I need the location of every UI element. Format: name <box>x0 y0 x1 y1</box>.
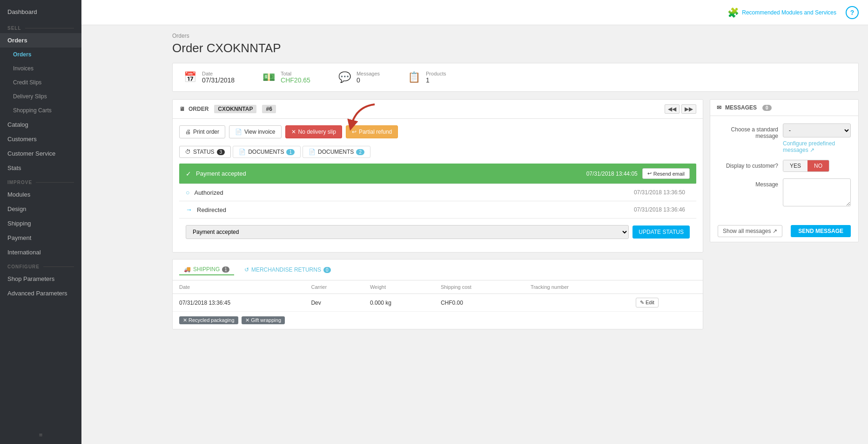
update-status-button[interactable]: UPDATE STATUS <box>632 225 690 239</box>
truck-icon: 🚚 <box>184 266 191 273</box>
print-order-button[interactable]: 🖨 Print order <box>179 125 225 138</box>
document-icon: 📄 <box>235 129 242 135</box>
toggle-no-button[interactable]: NO <box>807 160 829 171</box>
shipping-weight: 0.000 kg <box>363 294 434 312</box>
standard-message-label: Choose a standard message <box>718 123 778 139</box>
sidebar-item-design[interactable]: Design <box>0 202 81 216</box>
tag-gift: ✕ Gift wrapping <box>242 316 285 324</box>
date-value: 07/31/2018 <box>202 76 235 84</box>
tab-documents-1[interactable]: 📄 DOCUMENTS 1 <box>233 146 301 158</box>
total-value: CHF20.65 <box>281 76 310 84</box>
arrow-icon: → <box>186 206 192 213</box>
order-card: 🖥 ORDER CXOKNNTAP #6 ◀◀ ▶▶ <box>172 99 703 253</box>
shipping-table: Date Carrier Weight Shipping cost Tracki… <box>173 280 703 312</box>
shipping-row-0: 07/31/2018 13:36:45 Dev 0.000 kg CHF0.00… <box>173 294 703 312</box>
tag-recycled: ✕ Recycled packaging <box>179 316 238 324</box>
printer-icon: 🖨 <box>185 129 191 135</box>
col-date: Date <box>173 280 304 294</box>
sidebar-item-stats[interactable]: Stats <box>0 161 81 175</box>
status-date-2: 07/31/2018 13:36:46 <box>634 206 685 213</box>
sidebar-item-customers[interactable]: Customers <box>0 132 81 146</box>
view-invoice-button[interactable]: 📄 View invoice <box>229 125 281 138</box>
page-title: Order CXOKNNTAP <box>172 41 859 55</box>
prev-order-button[interactable]: ◀◀ <box>665 104 680 114</box>
calendar-icon: 📅 <box>184 71 196 83</box>
message-textarea[interactable] <box>783 178 851 206</box>
summary-bar: 📅 Date 07/31/2018 💵 Total CHF20.65 💬 Mes… <box>172 63 859 92</box>
panel-left: 🖥 ORDER CXOKNNTAP #6 ◀◀ ▶▶ <box>172 99 703 329</box>
show-all-messages-button[interactable]: Show all messages ↗ <box>718 225 782 237</box>
order-tabs: ⏱ STATUS 3 📄 DOCUMENTS 1 📄 DOCUMENTS <box>179 146 696 158</box>
standard-message-row: Choose a standard message - Configure pr… <box>718 123 851 153</box>
sidebar-item-modules[interactable]: Modules <box>0 187 81 202</box>
documents-badge-1: 1 <box>286 149 295 155</box>
return-icon: ↺ <box>244 266 249 273</box>
envelope-icon: ✉ <box>717 104 721 111</box>
topbar: 🧩 Recommended Modules and Services ? <box>81 0 868 25</box>
sidebar-item-customer-service[interactable]: Customer Service <box>0 146 81 161</box>
sidebar-hamburger[interactable]: ≡ <box>0 426 81 444</box>
send-message-button[interactable]: SEND MESSAGE <box>791 225 851 237</box>
order-id: CXOKNNTAP <box>214 105 256 113</box>
order-card-body: 🖨 Print order 📄 View invoice ✕ No delive… <box>173 119 703 252</box>
shipping-card-header: 🚚 SHIPPING 1 ↺ MERCHANDISE RETURNS 0 <box>173 260 703 280</box>
doc-icon-1: 📄 <box>239 149 246 155</box>
configure-messages-link[interactable]: Configure predefined messages ↗ <box>783 140 851 153</box>
messages-value: 0 <box>357 76 380 84</box>
message-row: Message <box>718 178 851 206</box>
messages-label: Messages <box>357 71 380 76</box>
edit-shipping-button[interactable]: ✎ Edit <box>636 298 659 307</box>
toggle-yes-button[interactable]: YES <box>783 160 807 171</box>
sidebar-item-orders-sub[interactable]: Orders <box>0 48 81 61</box>
date-label: Date <box>202 71 235 76</box>
order-number: #6 <box>262 105 276 113</box>
messages-count-badge: 0 <box>762 105 772 111</box>
col-weight: Weight <box>363 280 434 294</box>
messages-panel-header: ✉ MESSAGES 0 <box>710 100 858 116</box>
standard-message-select[interactable]: - <box>783 123 851 137</box>
sidebar-item-dashboard[interactable]: Dashboard <box>0 0 81 21</box>
sidebar-item-shipping[interactable]: Shipping <box>0 216 81 231</box>
puzzle-icon: 🧩 <box>727 7 739 18</box>
help-button[interactable]: ? <box>846 6 859 19</box>
order-card-header: 🖥 ORDER CXOKNNTAP #6 ◀◀ ▶▶ <box>173 100 703 119</box>
sidebar-item-payment[interactable]: Payment <box>0 231 81 245</box>
summary-date: 📅 Date 07/31/2018 <box>184 71 235 84</box>
sidebar-item-invoices[interactable]: Invoices <box>0 61 81 75</box>
sidebar-item-advanced-parameters[interactable]: Advanced Parameters <box>0 286 81 301</box>
money-icon: 💵 <box>262 71 275 83</box>
status-select[interactable]: Payment accepted <box>186 225 629 239</box>
sidebar-item-delivery-slips[interactable]: Delivery Slips <box>0 89 81 103</box>
status-icon: ⏱ <box>185 149 191 155</box>
sidebar-item-shopping-carts[interactable]: Shopping Carts <box>0 103 81 117</box>
tab-shipping[interactable]: 🚚 SHIPPING 1 <box>179 264 234 275</box>
status-row-1: ○ Authorized 07/31/2018 13:36:50 <box>179 184 696 201</box>
status-badge: 3 <box>217 149 225 155</box>
shipping-edit-cell: ✎ Edit <box>629 294 703 312</box>
sidebar-item-shop-parameters[interactable]: Shop Parameters <box>0 272 81 286</box>
no-delivery-slip-button[interactable]: ✕ No delivery slip <box>285 125 342 138</box>
sidebar-item-international[interactable]: International <box>0 245 81 260</box>
resend-email-button[interactable]: ↩ Resend email <box>642 168 690 179</box>
tab-returns[interactable]: ↺ MERCHANDISE RETURNS 0 <box>240 265 336 275</box>
sidebar-item-credit-slips[interactable]: Credit Slips <box>0 75 81 89</box>
status-selector: Payment accepted UPDATE STATUS <box>179 219 696 246</box>
shipping-card: 🚚 SHIPPING 1 ↺ MERCHANDISE RETURNS 0 Dat… <box>172 259 703 329</box>
status-date-1: 07/31/2018 13:36:50 <box>634 189 685 196</box>
messages-header-label: MESSAGES <box>725 104 757 111</box>
documents-badge-2: 2 <box>356 149 364 155</box>
products-label: Products <box>426 71 446 76</box>
recommended-modules-button[interactable]: 🧩 Recommended Modules and Services <box>727 7 836 18</box>
tab-status[interactable]: ⏱ STATUS 3 <box>179 146 231 158</box>
x-icon: ✕ <box>291 129 296 135</box>
tab-documents-2[interactable]: 📄 DOCUMENTS 2 <box>303 146 370 158</box>
next-order-button[interactable]: ▶▶ <box>681 104 696 114</box>
sidebar-item-catalog[interactable]: Catalog <box>0 117 81 132</box>
products-icon: 📋 <box>408 71 420 83</box>
messages-body: Choose a standard message - Configure pr… <box>710 116 858 220</box>
sidebar-item-orders[interactable]: Orders <box>0 33 81 48</box>
shipping-tracking <box>524 294 629 312</box>
action-bar: 🖨 Print order 📄 View invoice ✕ No delive… <box>179 125 696 138</box>
order-header-label: ORDER <box>188 106 209 112</box>
status-label-2: Redirected <box>197 206 634 213</box>
